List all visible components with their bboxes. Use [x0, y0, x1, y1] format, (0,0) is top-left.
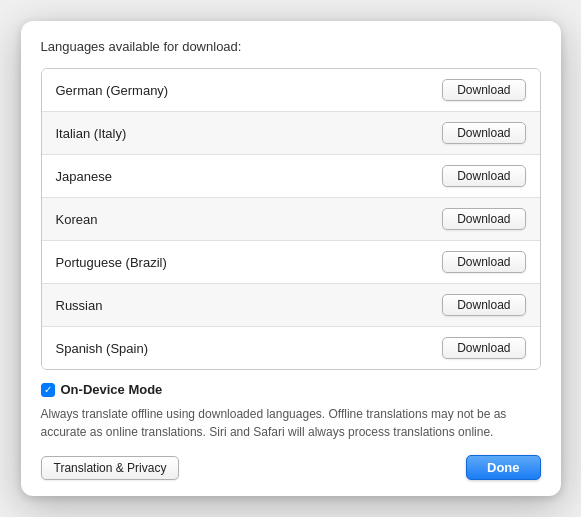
- download-button[interactable]: Download: [442, 165, 525, 187]
- language-name: Russian: [56, 298, 103, 313]
- download-button[interactable]: Download: [442, 337, 525, 359]
- download-button[interactable]: Download: [442, 208, 525, 230]
- language-row: Italian (Italy)Download: [42, 112, 540, 155]
- language-row: KoreanDownload: [42, 198, 540, 241]
- on-device-label: On-Device Mode: [61, 382, 163, 397]
- language-row: JapaneseDownload: [42, 155, 540, 198]
- translation-privacy-button[interactable]: Translation & Privacy: [41, 456, 180, 480]
- on-device-mode-checkbox[interactable]: ✓: [41, 383, 55, 397]
- language-name: German (Germany): [56, 83, 169, 98]
- language-name: Japanese: [56, 169, 112, 184]
- on-device-mode-wrapper: ✓ On-Device Mode: [41, 382, 541, 397]
- languages-list[interactable]: German (Germany)DownloadItalian (Italy)D…: [42, 69, 540, 369]
- language-row: RussianDownload: [42, 284, 540, 327]
- dialog-footer: Translation & Privacy Done: [41, 455, 541, 480]
- on-device-description: Always translate offline using downloade…: [41, 405, 541, 441]
- language-name: Korean: [56, 212, 98, 227]
- download-button[interactable]: Download: [442, 122, 525, 144]
- download-button[interactable]: Download: [442, 79, 525, 101]
- language-row: Spanish (Spain)Download: [42, 327, 540, 369]
- download-button[interactable]: Download: [442, 251, 525, 273]
- on-device-section: ✓ On-Device Mode Always translate offlin…: [41, 382, 541, 441]
- checkmark-icon: ✓: [44, 385, 52, 395]
- done-button[interactable]: Done: [466, 455, 541, 480]
- language-row: German (Germany)Download: [42, 69, 540, 112]
- language-name: Italian (Italy): [56, 126, 127, 141]
- languages-list-container: German (Germany)DownloadItalian (Italy)D…: [41, 68, 541, 370]
- language-name: Portuguese (Brazil): [56, 255, 167, 270]
- dialog-title: Languages available for download:: [41, 39, 541, 54]
- languages-dialog: Languages available for download: German…: [21, 21, 561, 496]
- download-button[interactable]: Download: [442, 294, 525, 316]
- language-row: Portuguese (Brazil)Download: [42, 241, 540, 284]
- language-name: Spanish (Spain): [56, 341, 149, 356]
